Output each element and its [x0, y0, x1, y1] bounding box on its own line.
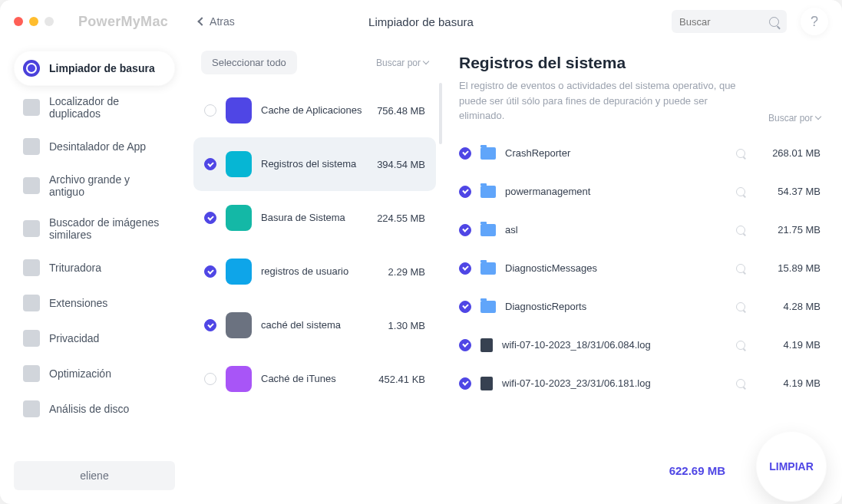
checkbox[interactable] — [204, 373, 216, 385]
list-item[interactable]: DiagnosticMessages15.89 MB — [459, 252, 821, 285]
category-row[interactable]: Caché de iTunes452.41 KB — [193, 352, 436, 406]
checkbox[interactable] — [204, 212, 216, 224]
sort-by-button[interactable]: Buscar por — [376, 58, 428, 68]
sidebar-item-label: Buscador de imágenes similares — [49, 216, 166, 241]
chevron-down-icon — [423, 58, 429, 64]
checkbox[interactable] — [459, 301, 471, 313]
folder-icon — [480, 301, 496, 313]
folder-icon — [480, 262, 496, 275]
checkbox[interactable] — [204, 158, 216, 170]
tool-icon — [23, 99, 40, 116]
tool-icon — [23, 259, 40, 276]
app-name: PowerMyMac — [78, 14, 168, 30]
item-size: 4.19 MB — [759, 377, 821, 389]
category-row[interactable]: registros de usuario2.29 MB — [193, 245, 436, 298]
reveal-icon[interactable] — [736, 226, 745, 235]
search-input[interactable] — [679, 16, 769, 28]
folder-icon — [480, 224, 496, 236]
reveal-icon[interactable] — [736, 379, 745, 388]
select-all-button[interactable]: Seleccionar todo — [201, 51, 297, 74]
sidebar-item[interactable]: Extensiones — [14, 285, 175, 321]
clean-button[interactable]: LIMPIAR — [756, 431, 827, 502]
checkbox[interactable] — [459, 262, 471, 275]
list-item[interactable]: wifi-07-10-2023_23/31/06.181.log4.19 MB — [459, 367, 821, 400]
item-size: 268.01 MB — [759, 147, 821, 159]
category-size: 1.30 MB — [388, 320, 425, 331]
sidebar-item-label: Archivo grande y antiguo — [49, 173, 166, 198]
category-size: 452.41 KB — [378, 374, 425, 385]
item-name: wifi-07-10-2023_23/31/06.181.log — [502, 377, 727, 389]
close-window-button[interactable] — [14, 17, 23, 26]
list-item[interactable]: asl21.75 MB — [459, 214, 821, 246]
sidebar-item[interactable]: Desintalador de App — [14, 129, 175, 164]
search-input-wrapper[interactable] — [672, 10, 787, 33]
sidebar: Limpiador de basuraLocalizador de duplic… — [0, 43, 184, 504]
category-icon — [226, 312, 252, 338]
file-icon — [480, 338, 493, 352]
checkbox[interactable] — [459, 224, 471, 236]
list-item[interactable]: powermanagement54.37 MB — [459, 176, 821, 208]
item-size: 21.75 MB — [759, 224, 821, 236]
detail-sort-by-button[interactable]: Buscar por — [768, 113, 821, 124]
checkbox[interactable] — [204, 104, 216, 117]
checkbox[interactable] — [204, 265, 216, 278]
sidebar-item-label: Análisis de disco — [49, 403, 129, 415]
sidebar-item-label: Privacidad — [49, 332, 99, 344]
reveal-icon[interactable] — [736, 302, 745, 311]
tool-icon — [23, 295, 40, 311]
tool-icon — [23, 138, 40, 155]
back-button[interactable]: Atras — [199, 15, 235, 28]
sidebar-item[interactable]: Privacidad — [14, 321, 175, 356]
list-item[interactable]: wifi-07-10-2023_18/31/06.084.log4.19 MB — [459, 329, 821, 361]
page-title: Limpiador de basura — [368, 15, 474, 28]
tool-icon — [23, 177, 40, 194]
sidebar-item[interactable]: Localizador de duplicados — [14, 86, 175, 129]
item-name: DiagnosticReports — [505, 301, 727, 312]
sidebar-item[interactable]: Buscador de imágenes similares — [14, 207, 175, 250]
tool-icon — [23, 365, 40, 382]
item-name: CrashReporter — [505, 147, 727, 159]
minimize-window-button[interactable] — [29, 17, 38, 26]
sidebar-item[interactable]: Análisis de disco — [14, 391, 175, 427]
list-item[interactable]: CrashReporter268.01 MB — [459, 137, 821, 170]
user-bar[interactable]: eliene — [14, 461, 175, 490]
sidebar-item[interactable]: Trituradora — [14, 250, 175, 285]
checkbox[interactable] — [459, 377, 471, 390]
checkbox[interactable] — [204, 319, 216, 331]
sidebar-item-label: Localizador de duplicados — [49, 95, 166, 120]
category-name: caché del sistema — [261, 319, 379, 332]
footer: 622.69 MB LIMPIAR — [461, 436, 842, 504]
checkbox[interactable] — [459, 339, 471, 351]
item-name: powermanagement — [505, 186, 727, 197]
category-row[interactable]: Cache de Aplicaciones756.48 MB — [193, 84, 436, 137]
sidebar-item-label: Extensiones — [49, 297, 107, 309]
list-item[interactable]: DiagnosticReports4.28 MB — [459, 291, 821, 323]
category-row[interactable]: Basura de Sistema224.55 MB — [193, 191, 436, 245]
category-icon — [226, 205, 252, 231]
sidebar-item[interactable]: Optimización — [14, 356, 175, 391]
tool-icon — [23, 60, 40, 77]
body: Limpiador de basuraLocalizador de duplic… — [0, 43, 842, 504]
checkbox[interactable] — [459, 186, 471, 198]
category-icon — [226, 366, 252, 392]
item-name: DiagnosticMessages — [505, 262, 727, 274]
scrollbar[interactable] — [439, 83, 442, 144]
reveal-icon[interactable] — [736, 149, 745, 158]
category-size: 756.48 MB — [377, 105, 425, 117]
help-button[interactable]: ? — [801, 8, 828, 35]
item-size: 4.28 MB — [759, 301, 821, 312]
category-row[interactable]: Registros del sistema394.54 MB — [193, 137, 436, 191]
app-window: PowerMyMac Atras Limpiador de basura ? L… — [0, 0, 842, 504]
item-list: CrashReporter268.01 MBpowermanagement54.… — [459, 137, 821, 400]
detail-title: Registros del sistema — [459, 54, 821, 72]
item-name: wifi-07-10-2023_18/31/06.084.log — [502, 339, 727, 351]
category-row[interactable]: caché del sistema1.30 MB — [193, 298, 436, 352]
sidebar-item[interactable]: Limpiador de basura — [14, 51, 175, 86]
reveal-icon[interactable] — [736, 341, 745, 350]
sidebar-item[interactable]: Archivo grande y antiguo — [14, 164, 175, 207]
reveal-icon[interactable] — [736, 187, 745, 196]
chevron-left-icon — [197, 17, 206, 25]
reveal-icon[interactable] — [736, 264, 745, 273]
maximize-window-button[interactable] — [45, 17, 54, 26]
checkbox[interactable] — [459, 147, 471, 160]
